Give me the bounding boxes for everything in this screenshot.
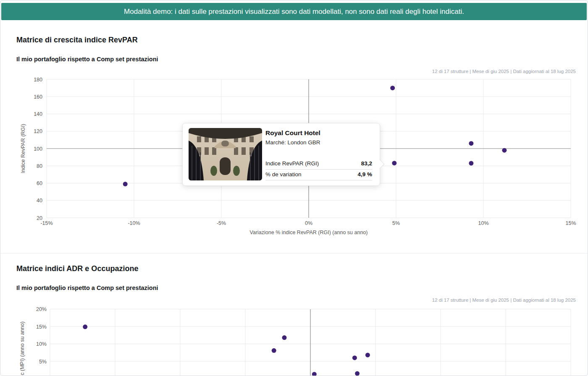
x-tick-label: -5% [217,220,226,226]
y-axis-label: Indice RevPAR (RGI) [20,124,26,173]
section-divider [0,253,588,253]
x-tick-label: -10% [128,220,140,226]
scatter-point[interactable] [352,355,357,360]
y-tick-label: 140 [34,111,42,117]
y-tick-label: 80 [37,163,42,169]
tooltip-metrics: Indice RevPAR (RGI) 83,2 % de variation … [265,159,372,180]
demo-mode-banner: Modalità demo: i dati sulle prestazioni … [1,3,587,20]
scatter-point[interactable] [469,141,473,146]
demo-mode-banner-text: Modalità demo: i dati sulle prestazioni … [124,8,464,16]
scatter-point[interactable] [469,161,473,166]
y-tick-label: 60 [37,180,42,186]
scatter-point[interactable] [502,148,507,153]
section2-title: Matrice indici ADR e Occupazione [16,264,138,273]
scatter-point[interactable] [365,353,370,358]
y-tick-label: 100 [34,146,42,152]
x-tick-label: 5% [392,220,400,226]
scatter-point[interactable] [83,324,87,329]
scatter-point[interactable] [312,372,317,376]
y-tick-label: 180 [34,77,42,83]
section2-subtitle: Il mio portafoglio rispetto a Comp set p… [16,285,158,291]
hotel-facade-illustration [189,128,262,180]
tooltip-metric-label: Indice RevPAR (RGI) [265,160,319,167]
x-axis-label: Variazione % indice RevPAR (RGI) (anno s… [250,230,368,235]
y-tick-label: 160 [34,94,42,100]
tooltip-metric-value: 83,2 [361,160,372,167]
tooltip-market: Marché: London GBR [265,139,372,146]
hotel-tooltip: Royal Court Hotel Marché: London GBR Ind… [182,123,380,186]
tooltip-metric-row: % de variation 4,9 % [265,170,372,180]
y-axis-label: c (MPI) (anno su anno) [19,321,25,375]
y-tick-label: 10% [36,341,47,347]
x-tick-label: -15% [40,220,52,226]
y-tick-label: 5% [39,359,47,365]
scatter-point[interactable] [390,86,395,90]
hotel-facade-photo [189,128,262,180]
scatter-point[interactable] [282,335,287,340]
y-tick-label: 40 [37,198,42,204]
x-tick-label: 15% [565,220,576,226]
tooltip-metric-value: 4,9 % [357,171,372,178]
section1-meta: 12 di 17 strutture | Mese di giu 2025 | … [432,69,576,74]
section1-title: Matrice di crescita indice RevPAR [16,36,138,44]
scatter-point-selected[interactable] [392,161,396,165]
adr-occupancy-scatter-chart: 20%15%10%5%c (MPI) (anno su anno) [0,294,588,376]
tooltip-hotel-name: Royal Court Hotel [265,128,372,137]
scatter-point[interactable] [272,348,276,353]
tooltip-metric-row: Indice RevPAR (RGI) 83,2 [265,159,372,170]
x-tick-label: 10% [478,220,488,226]
x-tick-label: 0% [305,220,312,226]
scatter-point[interactable] [355,371,360,376]
y-tick-label: 120 [34,128,42,134]
tooltip-metric-label: % de variation [265,171,302,178]
y-tick-label: 15% [36,324,47,330]
scatter-point[interactable] [123,182,128,186]
section1-subtitle: Il mio portafoglio rispetto a Comp set p… [16,56,158,63]
page-container: Modalità demo: i dati sulle prestazioni … [0,0,588,376]
y-tick-label: 20% [36,306,47,312]
